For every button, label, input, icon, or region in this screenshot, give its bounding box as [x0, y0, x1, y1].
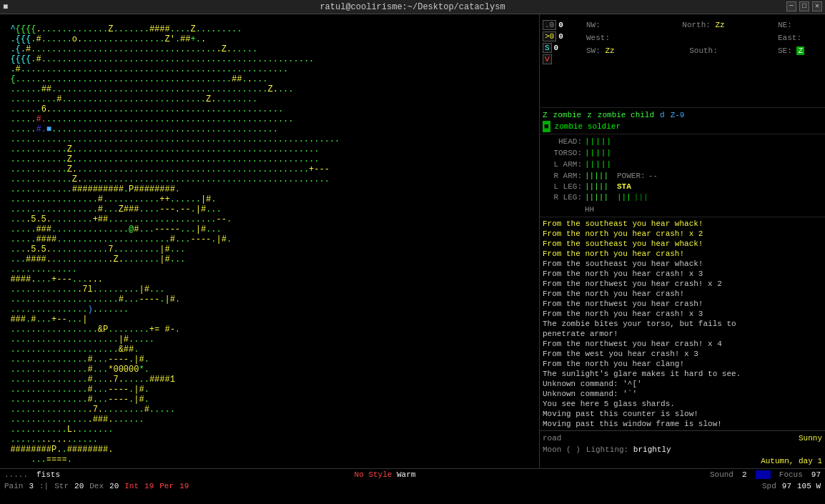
status-bottom: road Sunny Moon ( ) Lighting: brightly A…: [540, 430, 825, 468]
compass-east: East:: [778, 31, 821, 44]
right-panel: .0 0 >0 0 S 0 V: [539, 14, 825, 468]
legend-zsoldier-label: zombie soldier: [555, 121, 621, 132]
msg-17: Unknown command: '`': [543, 389, 822, 399]
legend-zchild-label: zombie child: [598, 109, 654, 121]
pain-label: Pain: [4, 482, 23, 490]
spd-label: Spd: [762, 482, 776, 490]
no-style-label: No Style Warm: [355, 470, 416, 479]
weapon-label: .....: [4, 470, 28, 479]
health-panel: HEAD: ||||| TORSO: ||||| L ARM: ||||| R …: [540, 134, 825, 217]
sound-val: 2: [742, 470, 747, 479]
window-icon: ■: [3, 1, 8, 13]
window-controls: ─ □ ✕: [786, 1, 822, 11]
bottom-bar: ..... fists No Style Warm Sound 2 Focus …: [0, 468, 825, 504]
per-label: Per: [159, 482, 174, 490]
minimize-button[interactable]: ─: [786, 1, 796, 11]
weapon-val: fists: [36, 470, 60, 479]
msg-4: From the southeast you hear whack!: [543, 259, 822, 269]
legend-zchild-symbol: z: [587, 109, 592, 121]
compass-sw: SW: Zz: [586, 44, 629, 57]
season-val: Autumn, day 1: [761, 457, 822, 465]
sound-label: Sound: [710, 470, 733, 479]
close-button[interactable]: ✕: [812, 1, 822, 11]
msg-8: From the northwest you hear crash!: [543, 299, 822, 309]
title-text: ratul@coolirisme:~/Desktop/cataclysm: [320, 2, 505, 12]
msg-13: From the west you hear crash! x 3: [543, 349, 822, 359]
compass-ne: NE:: [778, 19, 821, 31]
msg-10: The zombie bites your torso, but fails t…: [543, 319, 822, 329]
msg-3: From the north you hear crash!: [543, 249, 822, 259]
msg-12: From the northwest you hear crash! x 4: [543, 339, 822, 349]
lighting-label: Lighting: brightly: [586, 444, 671, 455]
terrain-label: road: [543, 433, 561, 444]
legend-zombie-label: zombie: [553, 109, 582, 121]
power-val: --: [648, 171, 658, 182]
sta-bar: |||: [617, 192, 631, 203]
torso-pipes: |||||: [585, 148, 612, 159]
msg-16: Unknown command: '^[': [543, 379, 822, 389]
rarm-pipes: |||||: [585, 171, 608, 182]
weather-val: Sunny: [799, 433, 822, 444]
msg-9: From the north you hear crash! x 3: [543, 309, 822, 319]
lleg-label: L LEG:: [543, 182, 582, 192]
sound-indicator: [756, 470, 771, 479]
larm-pipes: |||||: [585, 159, 612, 170]
rleg-pipes: |||||: [585, 192, 608, 203]
compass-south: South:: [629, 44, 778, 57]
titlebar: ■ ratul@coolirisme:~/Desktop/cataclysm ─…: [0, 0, 825, 14]
map-panel: ^{{{{..............Z.......####....Z....…: [0, 14, 539, 468]
int-label: Int: [124, 482, 139, 490]
larm-label: L ARM:: [543, 159, 582, 170]
minimap-area: .0 0 >0 0 S 0 V: [540, 14, 825, 107]
item-indicators: .0 0 >0 0 S 0 V: [543, 17, 582, 104]
msg-1: From the north you hear crash! x 2: [543, 229, 822, 239]
power-label: POWER:: [617, 171, 646, 182]
moon-label: Moon ( ): [543, 444, 581, 455]
msg-11: penetrate armor!: [543, 329, 822, 339]
msg-20: Moving past this window frame is slow!: [543, 419, 822, 429]
legend-area: Z zombie z zombie child d Z-9 ■ zombie s…: [540, 107, 825, 134]
compass-se: SE: Z: [778, 44, 821, 57]
msg-18: You see here 5 glass shards.: [543, 399, 822, 409]
lleg-pipes: |||||: [585, 182, 608, 192]
msg-14: From the north you hear clang!: [543, 359, 822, 369]
msg-0: From the southeast you hear whack!: [543, 219, 822, 229]
msg-7: From the north you hear crash!: [543, 289, 822, 299]
msg-5: From the north you hear crash! x 3: [543, 269, 822, 279]
dex-val: 20: [109, 482, 119, 490]
compass-north: North: Zz: [629, 19, 778, 31]
focus-label: Focus: [779, 470, 803, 479]
sta-bar2: |||: [634, 192, 648, 203]
msg-2: From the southeast you hear whack!: [543, 239, 822, 249]
torso-label: TORSO:: [543, 148, 582, 159]
legend-z9-label: Z-9: [671, 109, 685, 121]
compass-nw: NW:: [586, 19, 629, 31]
weight-val: 105 W: [797, 482, 821, 490]
compass-center: [629, 31, 778, 44]
rleg-label: R LEG:: [543, 192, 582, 203]
str-label: Str: [54, 482, 69, 490]
msg-15: The sunlight's glare makes it hard to se…: [543, 369, 822, 379]
head-label: HEAD:: [543, 137, 582, 147]
msg-19: Moving past this counter is slow!: [543, 409, 822, 419]
head-pipes: |||||: [585, 137, 612, 147]
msg-6: From the northwest you hear crash! x 2: [543, 279, 822, 289]
int-val: 19: [144, 482, 154, 490]
pain-val: 3: [29, 482, 34, 490]
legend-zombie-symbol: Z: [543, 109, 548, 121]
focus-val: 97: [811, 470, 821, 479]
compass-west: West:: [586, 31, 629, 44]
maximize-button[interactable]: □: [799, 1, 809, 11]
map-content: ^{{{{..............Z.......####....Z....…: [0, 14, 340, 465]
spd-val: 97: [782, 482, 791, 490]
sta-label: STA: [617, 182, 631, 192]
dex-label: Dex: [89, 482, 104, 490]
bottom-row1: ..... fists No Style Warm Sound 2 Focus …: [0, 469, 825, 480]
bottom-row2: Pain 3 :| Str 20 Dex 20 Int 19 Per 19 Sp…: [0, 480, 825, 492]
rarm-label: R ARM:: [543, 171, 582, 182]
compass: NW: North: Zz NE: West: East: SW: Zz Sou…: [585, 17, 822, 104]
message-log: From the southeast you hear whack! From …: [540, 217, 825, 430]
legend-zsoldier-symbol: ■: [543, 121, 550, 132]
legend-d-symbol: d: [660, 109, 665, 121]
str-val: 20: [74, 482, 84, 490]
